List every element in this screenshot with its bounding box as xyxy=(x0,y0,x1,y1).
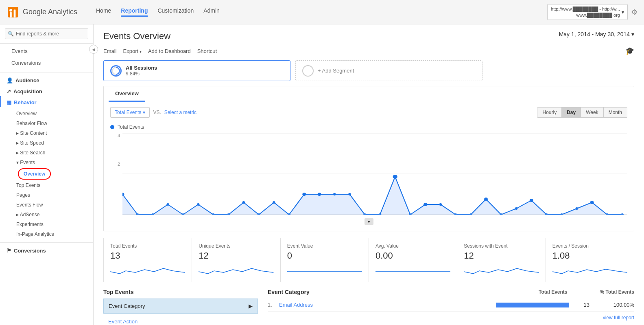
sidebar-item-site-content[interactable]: ▸ Site Content xyxy=(11,128,93,138)
metric-total-events: Total Events 13 xyxy=(104,238,192,282)
top-events-title: Top Events xyxy=(103,289,258,295)
col-total-events: Total Events xyxy=(539,289,567,295)
svg-rect-0 xyxy=(8,7,18,18)
segment-circle xyxy=(110,65,122,77)
nav-reporting[interactable]: Reporting xyxy=(121,7,148,17)
svg-point-24 xyxy=(348,193,351,195)
svg-point-3 xyxy=(9,9,12,11)
event-row-values: 13 100.00% xyxy=(569,302,634,308)
sidebar-item-conversions-top[interactable]: Conversions xyxy=(0,57,93,69)
svg-point-17 xyxy=(242,201,245,204)
sparkline-event-value xyxy=(287,264,362,276)
account-line1: http://www.████████ - http://w... xyxy=(551,6,620,12)
time-btn-hourly[interactable]: Hourly xyxy=(537,108,562,117)
event-row-name[interactable]: Email Address xyxy=(279,302,496,308)
account-line2: www.████████.org xyxy=(551,12,620,18)
event-row-0: 1. Email Address 13 100.00% xyxy=(268,299,634,312)
metric-event-value-value: 0 xyxy=(287,250,362,261)
sidebar-toggle-btn[interactable]: ◀ xyxy=(89,45,98,54)
svg-point-14 xyxy=(197,203,200,206)
view-full-report[interactable]: view full report xyxy=(268,312,634,321)
segments-bar: All Sessions 9.84% + Add Segment xyxy=(103,60,634,81)
sidebar-item-behavior-overview[interactable]: Overview xyxy=(11,109,93,119)
sidebar-behavior-sub: Overview Behavior Flow ▸ Site Content ▸ … xyxy=(0,107,93,241)
shortcut-link[interactable]: Shortcut xyxy=(197,48,217,54)
sidebar-item-top-events[interactable]: Top Events xyxy=(11,180,93,190)
page-header: Events Overview May 1, 2014 - May 30, 20… xyxy=(94,24,644,45)
nav-customization[interactable]: Customization xyxy=(157,7,194,17)
svg-point-21 xyxy=(302,193,306,196)
svg-point-12 xyxy=(166,203,169,206)
sparkline-total-events xyxy=(110,264,185,276)
event-nav-category-label: Event Category xyxy=(109,303,145,309)
sidebar-item-conversions-bottom[interactable]: ⚑ Conversions xyxy=(0,244,93,255)
add-segment-box[interactable]: + Add Segment xyxy=(295,60,482,81)
audience-label: Audience xyxy=(15,77,39,83)
search-input[interactable] xyxy=(5,29,88,39)
metric-dropdown[interactable]: Total Events ▾ xyxy=(110,107,150,118)
audience-icon: 👤 xyxy=(7,77,13,83)
sparkline-unique-events xyxy=(199,264,273,276)
metric-avg-value-label: Avg. Value xyxy=(375,243,450,249)
segment-donut-icon xyxy=(111,65,120,77)
main-layout: 🔍 Events Conversions 👤 Audience xyxy=(0,24,644,325)
svg-point-9 xyxy=(122,193,124,196)
metric-events-per-session-value: 1.08 xyxy=(552,250,627,261)
sidebar-item-adsense[interactable]: ▸ AdSense xyxy=(11,210,93,220)
sidebar-item-events-overview[interactable]: Overview xyxy=(18,168,51,180)
graduation-cap-icon[interactable]: 🎓 xyxy=(625,47,634,55)
sidebar: 🔍 Events Conversions 👤 Audience xyxy=(0,24,94,325)
event-nav-category[interactable]: Event Category ▶ xyxy=(103,299,258,314)
select-metric[interactable]: Select a metric xyxy=(164,110,196,115)
svg-marker-8 xyxy=(122,177,627,215)
behavior-icon: ▦ xyxy=(7,99,11,105)
sidebar-item-behavior-flow[interactable]: Behavior Flow xyxy=(11,119,93,128)
time-btn-week[interactable]: Week xyxy=(581,108,603,117)
account-selector[interactable]: http://www.████████ - http://w... www.██… xyxy=(547,4,628,20)
segment-name: All Sessions xyxy=(126,65,284,71)
event-nav-action[interactable]: Event Action xyxy=(103,315,258,325)
y-label-2: 2 xyxy=(118,162,120,167)
time-btn-month[interactable]: Month xyxy=(604,108,627,117)
sidebar-item-events-group[interactable]: ▾ Events xyxy=(11,158,93,167)
metric-sessions-with-event-label: Sessions with Event xyxy=(464,243,539,249)
nav-home[interactable]: Home xyxy=(96,7,111,17)
chart-legend: Total Events xyxy=(104,123,634,133)
time-btn-day[interactable]: Day xyxy=(562,108,581,117)
sidebar-item-site-speed[interactable]: ▸ Site Speed xyxy=(11,138,93,148)
sidebar-item-audience[interactable]: 👤 Audience xyxy=(0,74,93,85)
search-icon: 🔍 xyxy=(8,31,14,37)
metric-sessions-with-event: Sessions with Event 12 xyxy=(457,238,546,282)
sidebar-item-events-top[interactable]: Events xyxy=(0,45,93,57)
sidebar-item-site-search[interactable]: ▸ Site Search xyxy=(11,148,93,158)
email-link[interactable]: Email xyxy=(103,48,117,54)
sidebar-section-top: Events Conversions xyxy=(0,44,93,70)
sidebar-item-experiments[interactable]: Experiments xyxy=(11,220,93,229)
svg-point-33 xyxy=(484,198,488,201)
event-row-bar-area xyxy=(496,303,569,307)
svg-point-22 xyxy=(317,193,321,196)
settings-icon[interactable]: ⚙ xyxy=(631,8,637,17)
event-table-title: Event Category xyxy=(268,289,310,295)
chart-expand-icon[interactable]: ▾ xyxy=(365,218,373,225)
chart-section: Overview Total Events ▾ VS. Select a met… xyxy=(103,86,634,231)
sidebar-item-in-page-analytics[interactable]: In-Page Analytics xyxy=(11,229,93,239)
tab-overview[interactable]: Overview xyxy=(109,86,145,102)
sidebar-item-behavior[interactable]: ▦ Behavior xyxy=(0,96,93,107)
sidebar-item-acquisition[interactable]: ↗ Acquisition xyxy=(0,85,93,96)
export-link[interactable]: Export xyxy=(123,48,142,54)
sidebar-item-events-flow[interactable]: Events Flow xyxy=(11,200,93,210)
sparkline-events-per-session xyxy=(552,264,627,276)
sidebar-item-pages[interactable]: Pages xyxy=(11,190,93,200)
metric-sessions-with-event-value: 12 xyxy=(464,250,539,261)
svg-point-38 xyxy=(560,213,563,215)
svg-point-40 xyxy=(590,201,594,204)
action-bar-right: 🎓 xyxy=(625,46,634,55)
svg-point-42 xyxy=(621,213,624,215)
behavior-label: Behavior xyxy=(14,99,37,105)
all-sessions-segment[interactable]: All Sessions 9.84% xyxy=(103,60,290,81)
nav-admin[interactable]: Admin xyxy=(203,7,220,17)
date-range-selector[interactable]: May 1, 2014 - May 30, 2014 ▾ xyxy=(559,31,634,37)
action-bar: Email Export Add to Dashboard Shortcut 🎓 xyxy=(94,45,644,60)
add-to-dashboard-link[interactable]: Add to Dashboard xyxy=(148,48,191,54)
